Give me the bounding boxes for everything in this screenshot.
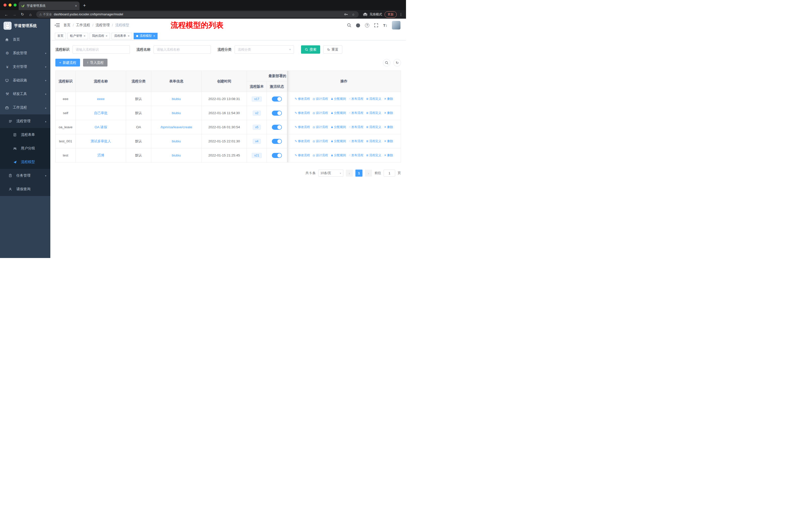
sidebar-item-process-form[interactable]: 流程表单 [0, 128, 50, 142]
active-toggle[interactable] [272, 139, 282, 144]
row-action-design[interactable]: ◎设计流程 [313, 111, 328, 115]
back-icon[interactable]: ← [3, 12, 9, 17]
prev-page-button[interactable]: ‹ [346, 169, 353, 176]
collapse-sidebar-icon[interactable] [54, 23, 60, 27]
row-action-edit[interactable]: ✎修改流程 [295, 153, 310, 158]
row-action-assign[interactable]: ♟分配规则 [331, 139, 346, 143]
row-action-definition[interactable]: ≣流程定义 [366, 139, 381, 143]
active-toggle[interactable] [272, 125, 282, 130]
tag-process-form[interactable]: 流程表单× [112, 33, 132, 39]
tag-close-icon[interactable]: × [84, 34, 86, 38]
breadcrumb-item[interactable]: 流程管理 [96, 23, 110, 27]
row-action-edit[interactable]: ✎修改流程 [295, 111, 310, 115]
search-icon[interactable] [347, 23, 351, 28]
row-action-design[interactable]: ◎设计流程 [313, 125, 328, 129]
tag-tenant[interactable]: 租户管理× [67, 33, 88, 39]
form-info-link[interactable]: biubiu [172, 111, 181, 115]
row-action-design[interactable]: ◎设计流程 [313, 153, 328, 158]
search-button[interactable]: 搜索 [301, 45, 320, 54]
tab-close-icon[interactable]: × [75, 4, 77, 8]
row-action-delete[interactable]: ✕删除 [384, 111, 393, 115]
font-size-icon[interactable]: T↕ [383, 23, 388, 28]
tag-close-icon[interactable]: × [153, 34, 155, 38]
form-info-link[interactable]: /bpm/oa/leave/create [160, 125, 192, 129]
bookmark-star-icon[interactable]: ☆ [351, 12, 356, 17]
address-bar[interactable]: ⚠ 不安全 dashboard.yudao.iocoder.cn/bpm/man… [36, 11, 359, 18]
minimize-window-button[interactable] [8, 3, 11, 6]
browser-update-button[interactable]: 更新 [385, 11, 397, 18]
row-action-definition[interactable]: ≣流程定义 [366, 111, 381, 115]
row-action-design[interactable]: ◎设计流程 [313, 139, 328, 143]
row-action-assign[interactable]: ♟分配规则 [331, 97, 346, 101]
sidebar-item-task-mgmt[interactable]: 任务管理 ▾ [0, 169, 50, 183]
goto-page-input[interactable] [384, 169, 395, 176]
reload-icon[interactable]: ↻ [19, 12, 26, 17]
row-action-edit[interactable]: ✎修改流程 [295, 125, 310, 129]
import-process-button[interactable]: ↑ 导入流程 [83, 59, 108, 66]
active-toggle[interactable] [272, 153, 282, 158]
page-size-select[interactable]: 10条/页 ▾ [318, 169, 343, 176]
table-search-button[interactable] [383, 59, 390, 66]
row-action-edit[interactable]: ✎修改流程 [295, 97, 310, 101]
next-page-button[interactable]: › [365, 169, 372, 176]
row-action-delete[interactable]: ✕删除 [384, 97, 393, 101]
row-action-definition[interactable]: ≣流程定义 [366, 153, 381, 158]
breadcrumb-item[interactable]: 首页 [63, 23, 70, 27]
forward-icon[interactable]: → [11, 12, 18, 17]
form-info-link[interactable]: biubiu [172, 154, 181, 157]
sidebar-item-workflow[interactable]: 工作流程 ▴ [0, 101, 50, 114]
process-name-link[interactable]: 自己审批 [94, 111, 108, 115]
tag-home[interactable]: 首页 [55, 33, 66, 39]
process-name-input[interactable] [153, 45, 211, 54]
home-icon[interactable]: ⌂ [27, 12, 34, 17]
row-action-assign[interactable]: ♟分配规则 [331, 125, 346, 129]
sidebar-item-leave-query[interactable]: 请假查询 [0, 183, 50, 196]
row-action-delete[interactable]: ✕删除 [384, 139, 393, 143]
tag-my-process[interactable]: 我的流程× [90, 33, 110, 39]
process-name-link[interactable]: OA 请假 [95, 125, 107, 129]
sidebar-item-system[interactable]: ⚙ 系统管理 ▾ [0, 46, 50, 60]
user-avatar[interactable] [392, 21, 401, 29]
browser-tab[interactable]: 芋道管理系统 × [19, 1, 80, 10]
form-info-link[interactable]: biubiu [172, 97, 181, 101]
tag-process-model[interactable]: 流程模型× [134, 33, 158, 39]
process-category-select[interactable]: 流程分类 ▾ [235, 45, 294, 54]
sidebar-item-process-model[interactable]: 流程模型 [0, 155, 50, 169]
github-icon[interactable] [356, 23, 360, 28]
row-action-publish[interactable]: ☝发布流程 [349, 111, 364, 115]
sidebar-item-user-group[interactable]: 用户分组 [0, 142, 50, 155]
active-toggle[interactable] [272, 97, 282, 102]
table-refresh-button[interactable]: ↻ [394, 59, 401, 66]
close-window-button[interactable] [3, 3, 6, 6]
fullscreen-icon[interactable] [374, 23, 379, 28]
row-action-edit[interactable]: ✎修改流程 [295, 139, 310, 143]
process-name-link[interactable]: eeee [97, 97, 105, 101]
row-action-definition[interactable]: ≣流程定义 [366, 97, 381, 101]
active-toggle[interactable] [272, 111, 282, 116]
row-action-assign[interactable]: ♟分配规则 [331, 153, 346, 158]
row-action-delete[interactable]: ✕删除 [384, 153, 393, 158]
page-number-current[interactable]: 1 [355, 169, 362, 176]
new-tab-button[interactable]: + [83, 3, 86, 8]
form-info-link[interactable]: biubiu [172, 139, 181, 143]
sidebar-item-process-mgmt[interactable]: 流程管理 ▴ [0, 114, 50, 128]
sidebar-item-infra[interactable]: 基础设施 ▾ [0, 74, 50, 87]
row-action-publish[interactable]: ☝发布流程 [349, 139, 364, 143]
reset-button[interactable]: ↻ 重置 [323, 45, 342, 54]
tag-close-icon[interactable]: × [127, 34, 129, 38]
process-id-input[interactable] [72, 45, 130, 54]
row-action-publish[interactable]: ☝发布流程 [349, 97, 364, 101]
process-name-link[interactable]: 滔博 [97, 154, 104, 157]
password-key-icon[interactable] [344, 12, 348, 17]
row-action-publish[interactable]: ☝发布流程 [349, 153, 364, 158]
row-action-design[interactable]: ◎设计流程 [313, 97, 328, 101]
sidebar-item-payment[interactable]: ¥ 支付管理 ▾ [0, 60, 50, 74]
row-action-publish[interactable]: ☝发布流程 [349, 125, 364, 129]
zoom-window-button[interactable] [13, 3, 17, 6]
tag-close-icon[interactable]: × [106, 34, 108, 38]
security-warning[interactable]: ⚠ 不安全 [39, 12, 52, 17]
row-action-delete[interactable]: ✕删除 [384, 125, 393, 129]
sidebar-item-home[interactable]: 首页 [0, 33, 50, 46]
sidebar-item-devtools[interactable]: ⚒ 研发工具 ▾ [0, 87, 50, 101]
create-process-button[interactable]: + 新建流程 [55, 59, 80, 66]
